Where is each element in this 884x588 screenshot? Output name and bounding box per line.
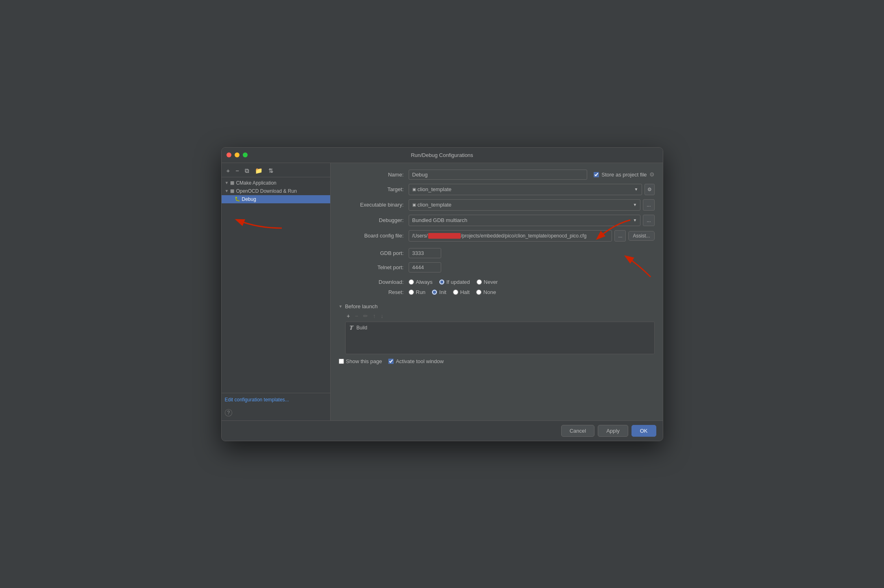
download-never-radio[interactable] — [477, 279, 482, 285]
gdb-port-label: GDB port: — [339, 250, 404, 256]
executable-dropdown[interactable]: ▣ clion_template ▼ — [409, 199, 641, 211]
reset-radio-group: Run Init Halt None — [409, 289, 496, 295]
path-suffix: /projects/embedded/pico/clion_template/o… — [461, 233, 587, 239]
reset-run-label: Run — [416, 289, 426, 295]
folder-config-button[interactable]: 📁 — [253, 166, 264, 175]
reset-halt-radio[interactable] — [453, 290, 458, 295]
download-never-option[interactable]: Never — [477, 279, 498, 285]
sidebar-item-openocd[interactable]: ▼ ▦ OpenOCD Download & Run — [222, 187, 330, 195]
download-always-radio[interactable] — [409, 279, 414, 285]
section-chevron[interactable]: ▼ — [339, 304, 343, 309]
apply-button[interactable]: Apply — [598, 425, 628, 437]
close-button[interactable] — [226, 152, 231, 157]
dropdown-arrow: ▼ — [633, 218, 637, 222]
download-if-updated-option[interactable]: If updated — [439, 279, 470, 285]
main-content: + − ⧉ 📁 ⇅ ▼ ▦ CMake Application ▼ ▦ Open… — [222, 163, 663, 420]
ok-button[interactable]: OK — [631, 425, 656, 437]
before-launch-section: ▼ Before launch + − ✏ ↑ ↓ 𝕋 Build — [339, 303, 655, 354]
bl-up-button[interactable]: ↑ — [371, 312, 377, 320]
reset-init-label: Init — [439, 289, 446, 295]
debugger-ellipsis-button[interactable]: ... — [643, 215, 654, 226]
executable-ellipsis-button[interactable]: ... — [643, 199, 654, 211]
reset-none-option[interactable]: None — [476, 289, 496, 295]
activate-tool-label: Activate tool window — [396, 358, 444, 364]
dialog-title: Run/Debug Configurations — [411, 152, 473, 158]
show-page-label: Show this page — [346, 358, 382, 364]
reset-run-option[interactable]: Run — [409, 289, 426, 295]
traffic-lights — [226, 152, 248, 157]
name-input[interactable] — [409, 170, 588, 180]
config-tree: ▼ ▦ CMake Application ▼ ▦ OpenOCD Downlo… — [222, 177, 330, 393]
cancel-button[interactable]: Cancel — [561, 425, 594, 437]
reset-halt-option[interactable]: Halt — [453, 289, 470, 295]
board-config-ellipsis-button[interactable]: ... — [614, 230, 626, 242]
sidebar-toolbar: + − ⧉ 📁 ⇅ — [222, 165, 330, 177]
download-if-updated-radio[interactable] — [439, 279, 444, 285]
minimize-button[interactable] — [235, 152, 240, 157]
download-always-option[interactable]: Always — [409, 279, 433, 285]
bl-down-button[interactable]: ↓ — [379, 312, 385, 320]
download-never-label: Never — [484, 279, 498, 285]
path-prefix: /Users/ — [412, 233, 428, 239]
sidebar-footer: Edit configuration templates... — [222, 393, 330, 406]
redacted-username — [428, 233, 461, 239]
sidebar-item-cmake-app[interactable]: ▼ ▦ CMake Application — [222, 179, 330, 187]
reset-run-radio[interactable] — [409, 290, 414, 295]
store-project-row: Store as project file ⚙ — [594, 171, 654, 178]
sidebar-item-label: Debug — [242, 196, 256, 202]
maximize-button[interactable] — [243, 152, 248, 157]
telnet-port-input[interactable] — [409, 262, 441, 272]
run-debug-configurations-dialog: Run/Debug Configurations + − ⧉ 📁 ⇅ ▼ ▦ C… — [221, 147, 663, 441]
remove-config-button[interactable]: − — [234, 166, 241, 175]
download-if-updated-label: If updated — [446, 279, 470, 285]
dropdown-arrow: ▼ — [633, 203, 637, 207]
bl-edit-button[interactable]: ✏ — [361, 312, 370, 320]
gear-icon[interactable]: ⚙ — [649, 171, 655, 178]
activate-tool-checkbox-item[interactable]: Activate tool window — [388, 358, 444, 364]
edit-templates-link[interactable]: Edit configuration templates... — [225, 397, 289, 403]
target-value: clion_template — [418, 186, 452, 192]
help-icon[interactable]: ? — [225, 409, 233, 416]
bl-build-item: 𝕋 Build — [347, 324, 653, 332]
sort-config-button[interactable]: ⇅ — [267, 166, 275, 175]
store-project-checkbox[interactable] — [594, 172, 599, 177]
board-config-row: Board config file: /Users//projects/embe… — [339, 230, 655, 242]
checkboxes-row: Show this page Activate tool window — [339, 358, 655, 364]
gdb-port-row: GDB port: — [339, 248, 655, 258]
target-row: Target: ▣ clion_template ▼ ⚙ — [339, 184, 655, 195]
exec-icon: ▣ — [412, 203, 416, 207]
download-row: Download: Always If updated Never — [339, 279, 655, 285]
openocd-icon: ▦ — [230, 188, 234, 194]
debugger-dropdown-row: Bundled GDB multiarch ▼ ... — [409, 215, 655, 226]
gdb-port-input[interactable] — [409, 248, 441, 258]
reset-init-option[interactable]: Init — [432, 289, 446, 295]
reset-row: Reset: Run Init Halt — [339, 289, 655, 295]
target-dropdown-row: ▣ clion_template ▼ ⚙ — [409, 184, 655, 195]
activate-tool-checkbox[interactable] — [388, 359, 394, 364]
debugger-dropdown[interactable]: Bundled GDB multiarch ▼ — [409, 215, 641, 226]
sidebar-item-debug[interactable]: 🐛 Debug — [222, 195, 330, 203]
reset-halt-label: Halt — [460, 289, 470, 295]
show-page-checkbox[interactable] — [339, 359, 344, 364]
copy-config-button[interactable]: ⧉ — [243, 166, 251, 175]
sidebar-item-label: CMake Application — [236, 180, 276, 186]
add-config-button[interactable]: + — [225, 166, 232, 175]
bl-remove-button[interactable]: − — [353, 312, 360, 320]
reset-init-radio[interactable] — [432, 290, 437, 295]
board-config-assist-button[interactable]: Assist... — [628, 231, 654, 241]
executable-row: Executable binary: ▣ clion_template ▼ ..… — [339, 199, 655, 211]
titlebar: Run/Debug Configurations — [222, 148, 663, 163]
debugger-row: Debugger: Bundled GDB multiarch ▼ ... — [339, 215, 655, 226]
chevron-icon: ▼ — [225, 181, 229, 185]
reset-none-radio[interactable] — [476, 290, 481, 295]
bl-add-button[interactable]: + — [345, 312, 352, 320]
executable-label: Executable binary: — [339, 202, 404, 208]
board-config-path-field[interactable]: /Users//projects/embedded/pico/clion_tem… — [409, 230, 612, 242]
before-launch-header: ▼ Before launch — [339, 303, 655, 309]
bl-build-label: Build — [357, 325, 368, 331]
target-dropdown[interactable]: ▣ clion_template ▼ — [409, 184, 642, 195]
show-page-checkbox-item[interactable]: Show this page — [339, 358, 382, 364]
cmake-icon: ▦ — [230, 180, 234, 185]
store-project-label: Store as project file — [601, 172, 647, 178]
target-settings-button[interactable]: ⚙ — [644, 184, 655, 195]
